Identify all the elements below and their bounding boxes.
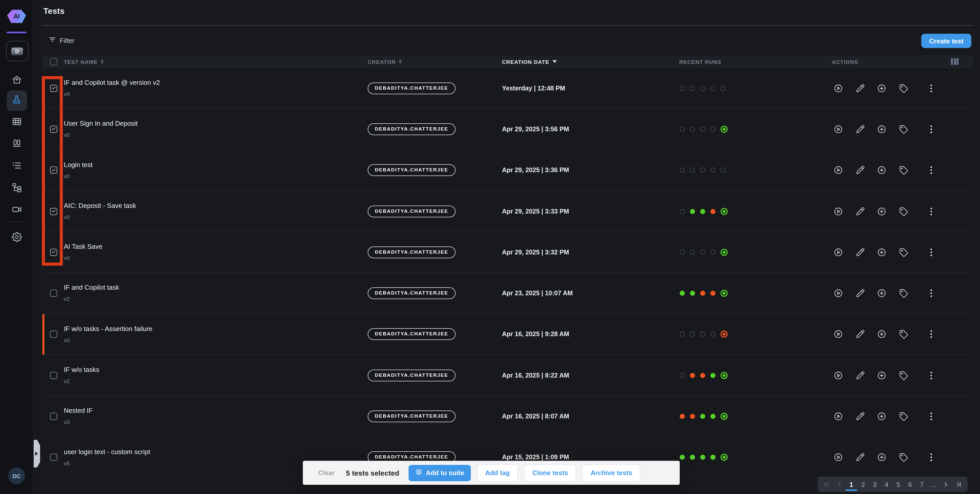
edit-icon[interactable] (855, 206, 865, 216)
sidebar-item-flows[interactable] (11, 182, 22, 192)
sidebar-item-table[interactable] (11, 116, 22, 126)
run-test-icon[interactable] (834, 83, 843, 93)
add-to-suite-button[interactable]: Add to suite (409, 465, 471, 481)
table-row[interactable]: IF w/o tasksv2DEBADITYA.CHATTERJEEApr 16… (42, 355, 974, 396)
create-test-button[interactable]: Create test (921, 34, 971, 48)
select-all-checkbox[interactable] (50, 58, 57, 65)
user-avatar[interactable]: DC (8, 467, 25, 484)
next-page-icon[interactable] (943, 476, 949, 492)
previous-page-icon[interactable] (836, 476, 843, 492)
kebab-menu-icon[interactable] (926, 165, 934, 175)
edit-icon[interactable] (855, 83, 865, 93)
last-page-icon[interactable] (955, 476, 962, 492)
test-name[interactable]: AI Task Save (64, 243, 102, 250)
column-test-name[interactable]: TEST NAME (64, 55, 104, 68)
sidebar-expand-handle[interactable] (34, 440, 40, 467)
table-row[interactable]: IF and Copilot task @ version v2v0DEBADI… (42, 68, 974, 109)
kebab-menu-icon[interactable] (926, 370, 934, 380)
row-checkbox-checked[interactable] (50, 249, 57, 256)
test-name[interactable]: User Sign In and Deposit (64, 120, 138, 127)
column-creation-date[interactable]: CREATION DATE (502, 55, 557, 68)
table-row[interactable]: Nested IFv3DEBADITYA.CHATTERJEEApr 16, 2… (42, 396, 974, 437)
table-row[interactable]: User Sign In and Depositv0DEBADITYA.CHAT… (42, 109, 974, 150)
row-checkbox[interactable] (50, 331, 57, 338)
run-test-icon[interactable] (834, 247, 843, 257)
run-test-icon[interactable] (834, 411, 843, 421)
run-test-icon[interactable] (834, 124, 843, 134)
page-1[interactable]: 1 (848, 476, 854, 492)
test-name[interactable]: user login text - custom script (64, 448, 150, 456)
test-name[interactable]: AIC: Deposit - Save task (64, 202, 136, 209)
add-to-suite-icon[interactable] (877, 165, 886, 175)
add-to-suite-icon[interactable] (877, 83, 886, 93)
page-6[interactable]: 6 (907, 476, 913, 492)
first-page-icon[interactable] (824, 476, 830, 492)
row-checkbox-checked[interactable] (50, 84, 57, 92)
row-checkbox-checked[interactable] (50, 208, 57, 215)
add-to-suite-icon[interactable] (877, 124, 886, 134)
page-5[interactable]: 5 (895, 476, 901, 492)
filter-button[interactable]: Filter (49, 36, 75, 45)
clear-selection-button[interactable]: Clear (318, 469, 335, 476)
kebab-menu-icon[interactable] (926, 453, 934, 462)
tag-icon[interactable] (899, 124, 908, 134)
kebab-menu-icon[interactable] (926, 247, 934, 257)
row-checkbox-checked[interactable] (50, 167, 57, 174)
sidebar-item-recordings[interactable] (11, 204, 22, 214)
edit-icon[interactable] (855, 247, 865, 257)
page-2[interactable]: 2 (860, 476, 866, 492)
clone-tests-button[interactable]: Clone tests (524, 464, 576, 481)
kebab-menu-icon[interactable] (926, 124, 934, 134)
test-name[interactable]: IF w/o tasks - Assertion failure (64, 325, 153, 333)
run-test-icon[interactable] (834, 165, 843, 175)
add-to-suite-icon[interactable] (877, 247, 886, 257)
test-name[interactable]: Login test (64, 161, 93, 168)
org-switcher[interactable]: D (6, 41, 29, 61)
archive-tests-button[interactable]: Archive tests (582, 464, 640, 481)
tag-icon[interactable] (899, 370, 908, 380)
add-to-suite-icon[interactable] (877, 288, 886, 298)
page-3[interactable]: 3 (872, 476, 878, 492)
add-tag-button[interactable]: Add tag (477, 464, 518, 481)
add-to-suite-icon[interactable] (877, 206, 886, 216)
row-checkbox-checked[interactable] (50, 126, 57, 133)
row-checkbox[interactable] (50, 290, 57, 297)
test-name[interactable]: IF and Copilot task @ version v2 (64, 79, 160, 86)
row-checkbox[interactable] (50, 454, 57, 461)
sidebar-item-settings[interactable] (11, 232, 22, 242)
kebab-menu-icon[interactable] (926, 330, 934, 339)
add-to-suite-icon[interactable] (877, 411, 886, 421)
add-to-suite-icon[interactable] (877, 453, 886, 462)
edit-icon[interactable] (855, 330, 865, 339)
tag-icon[interactable] (899, 165, 908, 175)
table-row[interactable]: IF w/o tasks - Assertion failurev0DEBADI… (42, 314, 974, 355)
sidebar-item-suites[interactable] (11, 138, 22, 148)
table-row[interactable]: AI Task Savev0DEBADITYA.CHATTERJEEApr 29… (42, 232, 974, 273)
table-row[interactable]: IF and Copilot taskv2DEBADITYA.CHATTERJE… (42, 273, 974, 314)
test-name[interactable]: Nested IF (64, 407, 93, 414)
run-test-icon[interactable] (834, 370, 843, 380)
kebab-menu-icon[interactable] (926, 83, 934, 93)
kebab-menu-icon[interactable] (926, 411, 934, 421)
add-to-suite-icon[interactable] (877, 330, 886, 339)
edit-icon[interactable] (855, 288, 865, 298)
run-test-icon[interactable] (834, 453, 843, 462)
row-checkbox[interactable] (50, 372, 57, 379)
edit-icon[interactable] (855, 124, 865, 134)
page-4[interactable]: 4 (883, 476, 889, 492)
row-checkbox[interactable] (50, 413, 57, 420)
run-test-icon[interactable] (834, 288, 843, 298)
run-test-icon[interactable] (834, 206, 843, 216)
test-name[interactable]: IF and Copilot task (64, 284, 119, 292)
tag-icon[interactable] (899, 330, 908, 339)
test-name[interactable]: IF w/o tasks (64, 366, 99, 373)
sidebar-item-checklist[interactable] (11, 160, 22, 171)
tag-icon[interactable] (899, 83, 908, 93)
tag-icon[interactable] (899, 411, 908, 421)
tag-icon[interactable] (899, 453, 908, 462)
edit-icon[interactable] (855, 411, 865, 421)
sidebar-item-tests[interactable] (6, 91, 27, 111)
edit-icon[interactable] (855, 453, 865, 462)
edit-icon[interactable] (855, 165, 865, 175)
tag-icon[interactable] (899, 288, 908, 298)
